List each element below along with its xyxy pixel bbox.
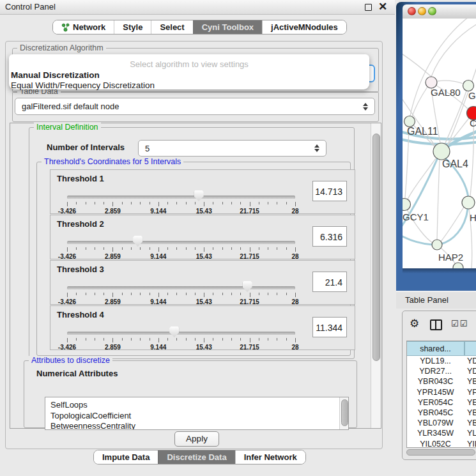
threshold-slider-track[interactable] bbox=[67, 332, 295, 335]
threshold-value-field[interactable]: 21.4 bbox=[312, 272, 347, 292]
tick bbox=[167, 338, 168, 341]
number-of-intervals-spinner[interactable]: 5 bbox=[138, 140, 326, 157]
tick bbox=[122, 247, 123, 250]
tick-label: 9.144 bbox=[150, 344, 166, 351]
numerical-attributes-list[interactable]: SelfLoopsTopologicalCoefficientBetweenne… bbox=[45, 397, 349, 430]
tick-label: -3.426 bbox=[58, 208, 76, 215]
tick bbox=[295, 293, 296, 297]
tick bbox=[122, 293, 123, 295]
tick bbox=[268, 338, 268, 341]
network-node[interactable] bbox=[462, 196, 475, 209]
gear-icon[interactable]: ⚙ bbox=[410, 317, 419, 330]
threshold-slider-thumb[interactable] bbox=[169, 326, 179, 337]
tick bbox=[186, 338, 187, 341]
network-edge bbox=[403, 52, 431, 77]
table-row[interactable]: YPR145WYPR14 bbox=[407, 388, 476, 398]
threshold-value-field[interactable]: 6.316 bbox=[312, 226, 347, 247]
list-scrollbar-thumb[interactable] bbox=[341, 399, 348, 426]
threshold-slider-thumb[interactable] bbox=[133, 236, 142, 247]
table-row[interactable]: YBL079WYBL07 bbox=[407, 418, 476, 429]
node-label-gcy1: GCY1 bbox=[403, 211, 429, 222]
close-light-icon[interactable] bbox=[408, 7, 416, 15]
table-row[interactable]: YDR27...YDR27 bbox=[407, 367, 476, 377]
network-node[interactable] bbox=[453, 263, 463, 268]
table-hscrollbar-thumb[interactable] bbox=[406, 449, 475, 456]
threshold-value-field[interactable]: 11.344 bbox=[312, 317, 347, 337]
tick bbox=[95, 293, 95, 295]
tick bbox=[213, 293, 213, 295]
zoom-light-icon[interactable] bbox=[428, 7, 436, 15]
network-window-titlebar[interactable] bbox=[403, 4, 476, 19]
tick-label: 28 bbox=[291, 344, 298, 351]
tab-select[interactable]: Select bbox=[151, 20, 192, 34]
tick-label: -3.426 bbox=[58, 253, 76, 260]
tick-label: 2.859 bbox=[105, 253, 121, 260]
network-graph: GAL80G.CGAL11GAL4GCY1HHAP2 bbox=[403, 19, 476, 268]
cell-name: YBL07 bbox=[467, 418, 476, 427]
bottom-tab-discretize-data[interactable]: Discretize Data bbox=[158, 450, 234, 464]
table-data-combobox[interactable]: galFiltered.sif default node bbox=[15, 98, 375, 115]
table-row[interactable]: YBR045CYBR04 bbox=[407, 408, 476, 418]
algorithm-option-equal-width-frequency-discretization[interactable]: Equal Width/Frequency Discretization bbox=[11, 81, 155, 90]
tick bbox=[213, 202, 213, 204]
algorithm-popup-hint: Select algorithm to view settings bbox=[9, 59, 369, 69]
tab-jactivemnodules[interactable]: jActiveMNodules bbox=[262, 20, 346, 34]
table-row[interactable]: YLR345WYLR34 bbox=[407, 429, 476, 439]
cell-name: YPR14 bbox=[467, 388, 476, 397]
algorithm-option-manual-discretization[interactable]: Manual Discretization bbox=[11, 70, 100, 80]
tab-network[interactable]: Network bbox=[53, 20, 114, 34]
tick bbox=[277, 247, 277, 250]
network-view-canvas[interactable]: GAL80G.CGAL11GAL4GCY1HHAP2 bbox=[403, 19, 476, 268]
columns-icon[interactable] bbox=[430, 319, 442, 330]
threshold-slider-track[interactable] bbox=[67, 196, 295, 199]
attributes-group: Attributes to discretize Numerical Attri… bbox=[24, 360, 357, 428]
table-hscrollbar[interactable] bbox=[406, 449, 476, 456]
tick bbox=[259, 293, 259, 295]
threshold-slider-thumb[interactable] bbox=[243, 281, 252, 292]
tick bbox=[213, 247, 213, 250]
table-panel-box: ⚙ ☑☑ shared...nameYDL19...YDL19YDR27...Y… bbox=[402, 311, 476, 460]
column-header-2[interactable]: name bbox=[464, 341, 476, 356]
main-scrollbar[interactable] bbox=[371, 123, 381, 428]
tab-label: Discretize Data bbox=[167, 452, 226, 462]
tick bbox=[231, 338, 232, 341]
bottom-tab-infer-network[interactable]: Infer Network bbox=[235, 450, 305, 464]
threshold-value-field[interactable]: 14.713 bbox=[312, 181, 347, 201]
network-node[interactable] bbox=[432, 240, 442, 250]
table-row[interactable]: YIL052CYIL05 bbox=[407, 440, 476, 448]
list-scrollbar[interactable] bbox=[339, 397, 348, 429]
minimize-light-icon[interactable] bbox=[418, 7, 426, 15]
network-node[interactable] bbox=[404, 116, 415, 127]
attribute-item-topologicalcoefficient[interactable]: TopologicalCoefficient bbox=[50, 411, 131, 420]
cell-shared-name: YLR345W bbox=[407, 429, 464, 438]
select-columns-icon[interactable]: ☑☑ bbox=[451, 319, 468, 328]
attribute-item-betweennesscentrality[interactable]: BetweennessCentrality bbox=[50, 421, 135, 430]
tick bbox=[76, 247, 77, 250]
threshold-slider-track[interactable] bbox=[67, 241, 295, 244]
network-edge bbox=[437, 160, 440, 240]
threshold-slider-thumb[interactable] bbox=[194, 190, 204, 201]
column-header-1[interactable]: shared... bbox=[406, 341, 464, 356]
table-row[interactable]: YDL19...YDL19 bbox=[407, 357, 476, 367]
tick bbox=[150, 293, 150, 295]
attribute-item-selfloops[interactable]: SelfLoops bbox=[50, 400, 88, 410]
tick bbox=[286, 293, 287, 295]
apply-button[interactable]: Apply bbox=[174, 431, 219, 447]
tick bbox=[112, 293, 113, 297]
node-label-hap2: HAP2 bbox=[438, 252, 463, 263]
float-window-icon[interactable] bbox=[365, 4, 372, 11]
tick-label: 15.43 bbox=[196, 298, 212, 305]
table-row[interactable]: YER054CYER05 bbox=[407, 398, 476, 408]
tab-cyni-toolbox[interactable]: Cyni Toolbox bbox=[193, 20, 262, 34]
threshold-slider-track[interactable] bbox=[67, 286, 295, 289]
node-table[interactable]: shared...nameYDL19...YDL19YDR27...YDR27Y… bbox=[406, 341, 476, 448]
table-row[interactable]: YBR043CYBR04 bbox=[407, 377, 476, 387]
bottom-tab-impute-data[interactable]: Impute Data bbox=[94, 450, 158, 464]
main-scrollbar-thumb[interactable] bbox=[372, 134, 380, 361]
close-icon[interactable]: ✕ bbox=[378, 0, 387, 14]
tab-style[interactable]: Style bbox=[114, 20, 151, 34]
network-node[interactable] bbox=[433, 143, 450, 160]
network-node[interactable] bbox=[463, 81, 474, 91]
network-node[interactable] bbox=[403, 199, 411, 211]
tick bbox=[176, 293, 177, 295]
